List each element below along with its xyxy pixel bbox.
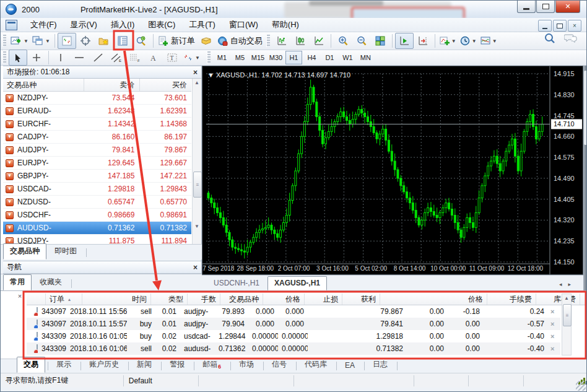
zoom-out-button[interactable]: [352, 33, 371, 49]
close-order-icon[interactable]: ×: [548, 320, 554, 328]
crosshair-tool-button[interactable]: [27, 50, 46, 66]
terminal-column-0[interactable]: 订单 ▴: [46, 294, 82, 305]
close-order-icon[interactable]: ×: [548, 333, 554, 340]
bottom-tab-10[interactable]: 日志: [366, 357, 394, 373]
terminal-column-5[interactable]: 价格: [263, 294, 305, 305]
scroll-up-icon[interactable]: ▲: [562, 295, 571, 301]
new-chart-button[interactable]: ▼: [9, 33, 30, 49]
market-watch-row[interactable]: ▼AUDUSD-0.713620.71382: [3, 222, 191, 235]
chart-document-icon[interactable]: [6, 20, 17, 30]
bottom-tab-3[interactable]: 新闻: [130, 357, 159, 373]
bottom-tab-0[interactable]: 交易: [17, 357, 45, 373]
scroll-down-icon[interactable]: ▼: [193, 224, 201, 229]
timeframe-m30[interactable]: M30: [267, 51, 284, 64]
market-watch-row[interactable]: ▼NZDJPY-73.54473.601: [3, 92, 191, 105]
close-button[interactable]: ✕: [555, 1, 580, 13]
candlestick-chart[interactable]: 14.91514.83014.74514.66014.57514.49014.4…: [202, 66, 583, 274]
terminal-button[interactable]: [113, 33, 132, 49]
navigator-button[interactable]: [95, 33, 113, 49]
bottom-tab-7[interactable]: 信号: [265, 357, 294, 373]
order-row[interactable]: 34309732018.10.11 15:56:55sell0.01audjpy…: [27, 305, 560, 318]
market-watch-row[interactable]: ▼EURAUD-1.623481.62391: [3, 105, 191, 118]
order-row[interactable]: 34330982018.10.16 01:05:54buy0.02usdcad-…: [27, 330, 560, 342]
menu-item-3[interactable]: 图表(C): [141, 18, 182, 32]
indicators-button[interactable]: ▼: [438, 33, 458, 49]
terminal-column-8[interactable]: 价格: [380, 294, 487, 305]
bottom-tab-1[interactable]: 展示: [50, 357, 78, 373]
terminal-column-1[interactable]: 时间: [82, 294, 151, 305]
child-restore-button[interactable]: [553, 20, 567, 32]
chart-window[interactable]: 14.91514.83014.74514.66014.57514.49014.4…: [202, 66, 583, 275]
market-watch-button[interactable]: [58, 33, 76, 49]
menu-item-2[interactable]: 插入(I): [104, 18, 141, 32]
chart-window-scrollbar[interactable]: [583, 66, 587, 290]
menu-item-4[interactable]: 工具(T): [182, 18, 222, 32]
auto-scroll-button[interactable]: [395, 33, 414, 49]
market-watch-row[interactable]: ▼CADJPY-86.16086.197: [3, 131, 191, 144]
market-watch-close-icon[interactable]: ×: [193, 68, 198, 77]
trendline-button[interactable]: [89, 50, 107, 66]
bar-chart-type-button[interactable]: [272, 33, 291, 49]
profiles-button[interactable]: ▼: [30, 33, 52, 49]
timeframe-m5[interactable]: M5: [232, 51, 248, 64]
close-order-icon[interactable]: ×: [548, 345, 554, 352]
chart-tab-usdcnh[interactable]: USDCNH-,H1: [207, 276, 266, 290]
market-watch-row[interactable]: ▼NZDUSD-0.657470.65770: [3, 196, 191, 209]
bottom-tab-2[interactable]: 账户历史: [82, 357, 126, 373]
terminal-column-6[interactable]: 止损: [305, 294, 342, 305]
terminal-scrollbar[interactable]: ▲ ≡: [562, 294, 572, 355]
terminal-column-7[interactable]: 获利: [342, 294, 380, 305]
child-minimize-button[interactable]: [538, 20, 552, 32]
column-ask[interactable]: 买价: [140, 79, 191, 91]
menu-item-6[interactable]: 帮助(H): [265, 18, 306, 32]
timeframe-m15[interactable]: M15: [250, 51, 266, 64]
order-row[interactable]: 34330992018.10.16 01:06:05sell0.02audusd…: [27, 342, 560, 355]
strategy-tester-button[interactable]: [132, 33, 150, 49]
order-row[interactable]: 34309742018.10.11 15:57:08buy0.01audjpy-…: [27, 318, 560, 330]
cursor-button[interactable]: [9, 50, 27, 66]
market-watch-row[interactable]: ▼AUDJPY-79.84179.867: [3, 144, 191, 157]
column-symbol[interactable]: 交易品种: [3, 79, 84, 91]
templates-button[interactable]: ▼: [479, 33, 499, 49]
tile-windows-button[interactable]: [371, 33, 389, 49]
terminal-column-11[interactable]: 获利: [580, 294, 587, 305]
chart-shift-button[interactable]: [414, 33, 432, 49]
text-label-button[interactable]: T: [163, 50, 181, 66]
market-watch-row[interactable]: ▼USDCAD-1.298181.29843: [3, 183, 191, 196]
column-bid[interactable]: 卖价: [84, 79, 139, 91]
scroll-thumb[interactable]: ≡: [193, 172, 202, 198]
candlestick-type-button[interactable]: [291, 33, 310, 49]
bottom-tab-5[interactable]: 邮箱6: [196, 357, 228, 373]
bottom-tab-8[interactable]: 代码库: [298, 357, 334, 373]
data-window-button[interactable]: [76, 33, 95, 49]
timeframe-mn[interactable]: MN: [357, 51, 374, 64]
text-button[interactable]: A: [144, 50, 163, 66]
fibonacci-button[interactable]: F: [126, 50, 144, 66]
timeframe-h4[interactable]: H4: [303, 51, 320, 64]
autotrading-button[interactable]: 自动交易: [215, 33, 264, 49]
menu-item-0[interactable]: 文件(F): [24, 18, 64, 32]
chart-tab-xagusd[interactable]: XAGUSD-,H1: [267, 276, 327, 290]
zoom-in-button[interactable]: [334, 33, 352, 49]
timeframe-h1[interactable]: H1: [285, 51, 302, 64]
status-profile[interactable]: Default: [124, 375, 199, 386]
bottom-tab-6[interactable]: 市场: [232, 357, 261, 373]
minimize-button[interactable]: [517, 1, 536, 13]
bottom-tab-4[interactable]: 警报: [163, 357, 191, 373]
terminal-close-icon[interactable]: ×: [15, 292, 24, 301]
market-watch-row[interactable]: ▼EURCHF-1.143421.14368: [3, 118, 191, 131]
tab-common[interactable]: 常用: [3, 274, 32, 290]
market-watch-row[interactable]: ▼EURJPY-129.645129.667: [3, 157, 191, 170]
navigator-close-icon[interactable]: ×: [193, 263, 198, 272]
scroll-up-icon[interactable]: ▲: [193, 80, 201, 85]
arrows-button[interactable]: ▼: [181, 50, 202, 66]
line-chart-type-button[interactable]: [310, 33, 328, 49]
menu-item-1[interactable]: 显示(V): [64, 18, 104, 32]
timeframe-m1[interactable]: M1: [214, 51, 230, 64]
scroll-thumb[interactable]: ≡: [563, 304, 572, 326]
child-close-button[interactable]: ×: [568, 20, 581, 32]
horizontal-line-button[interactable]: [70, 50, 89, 66]
equidistant-channel-button[interactable]: E: [107, 50, 126, 66]
market-watch-row[interactable]: ▼GBPJPY-147.185147.221: [3, 170, 191, 183]
chat-icon[interactable]: [564, 33, 578, 44]
